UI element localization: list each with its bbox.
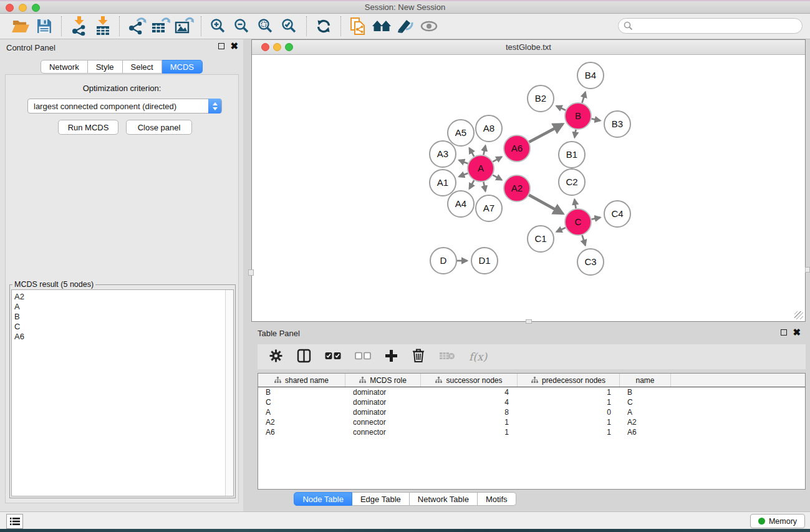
table-row[interactable]: Adominator80A [258, 407, 805, 417]
graph-node-A3[interactable]: A3 [430, 141, 456, 167]
close-window-button[interactable] [6, 4, 14, 12]
graph-node-A8[interactable]: A8 [476, 115, 502, 142]
table-cell[interactable]: 0 [518, 408, 620, 417]
table-cell[interactable]: 1 [518, 428, 620, 437]
export-network-icon[interactable] [125, 15, 148, 37]
graph-node-B4[interactable]: B4 [577, 62, 604, 89]
save-session-icon[interactable] [32, 15, 56, 37]
column-header-successor-nodes[interactable]: successor nodes [421, 374, 518, 387]
mcds-result-list[interactable]: A2ABCA6 [11, 289, 234, 496]
table-row[interactable]: Cdominator41C [258, 397, 805, 407]
refresh-icon[interactable] [312, 15, 335, 37]
table-cell[interactable]: B [620, 388, 671, 397]
table-cell[interactable]: 1 [518, 398, 620, 407]
table-cell[interactable]: connector [345, 428, 421, 437]
add-column-icon[interactable] [385, 349, 398, 365]
tab-edge-table[interactable]: Edge Table [352, 492, 410, 506]
graph-edge-B-B1[interactable] [574, 130, 576, 138]
table-cell[interactable]: 4 [421, 388, 518, 397]
close-panel-button[interactable]: Close panel [126, 120, 192, 135]
graph-node-A5[interactable]: A5 [448, 120, 474, 146]
graph-node-C1[interactable]: C1 [528, 226, 554, 252]
open-file-icon[interactable] [9, 15, 32, 37]
graph-edge-A-A1[interactable] [459, 173, 468, 177]
list-scrollbar[interactable] [225, 290, 233, 496]
column-view-icon[interactable] [297, 349, 311, 365]
table-cell[interactable]: A6 [620, 428, 671, 437]
split-divider-grip[interactable] [805, 267, 810, 273]
column-header-MCDS-role[interactable]: MCDS role [345, 374, 421, 387]
import-table-icon[interactable] [90, 15, 114, 37]
mcds-result-item[interactable]: C [14, 322, 233, 332]
close-panel-icon[interactable]: ✖ [230, 43, 238, 49]
network-canvas[interactable]: B4B2BB3A5A8A6A3B1AA1C2A2A4A7C4CC1C3DD1 [252, 55, 805, 321]
zoom-selected-icon[interactable] [277, 15, 301, 37]
memory-button[interactable]: Memory [750, 514, 805, 528]
table-cell[interactable]: B [258, 388, 345, 397]
float-panel-icon[interactable] [218, 43, 224, 49]
graph-node-D[interactable]: D [430, 248, 456, 274]
graph-node-A2[interactable]: A2 [504, 175, 530, 201]
table-cell[interactable]: C [258, 398, 345, 407]
graph-edge-A-A6[interactable] [493, 157, 501, 162]
table-cell[interactable]: A [620, 408, 671, 417]
table-cell[interactable]: A2 [258, 418, 345, 427]
graph-edge-A-A3[interactable] [459, 160, 468, 163]
table-cell[interactable]: 1 [518, 388, 620, 397]
table-cell[interactable]: 4 [421, 398, 518, 407]
tab-style[interactable]: Style [88, 60, 123, 74]
tab-mcds[interactable]: MCDS [162, 60, 203, 74]
mcds-result-item[interactable]: B [14, 312, 233, 322]
node-table[interactable]: shared nameMCDS rolesuccessor nodesprede… [258, 373, 806, 490]
graph-edge-A6-B[interactable] [529, 124, 562, 142]
graph-edge-B-B3[interactable] [592, 118, 600, 120]
table-cell[interactable]: C [620, 398, 671, 407]
import-network-icon[interactable] [67, 15, 90, 37]
graph-edge-C-C1[interactable] [557, 228, 566, 231]
zoom-window-button[interactable] [32, 4, 40, 12]
graph-node-D1[interactable]: D1 [471, 248, 498, 274]
graph-edge-A-A4[interactable] [470, 180, 475, 188]
houses-icon[interactable] [370, 15, 393, 37]
table-cell[interactable]: dominator [345, 408, 421, 417]
window-titlebar[interactable]: Session: New Session [0, 1, 810, 14]
mcds-result-item[interactable]: A [14, 302, 233, 312]
table-cell[interactable]: 1 [421, 418, 518, 427]
table-cell[interactable]: A6 [258, 428, 345, 437]
graph-edge-C-C2[interactable] [574, 200, 576, 209]
table-cell[interactable]: 8 [421, 408, 518, 417]
graph-edge-A-A5[interactable] [470, 148, 475, 156]
graph-node-A7[interactable]: A7 [476, 195, 502, 221]
column-header-shared-name[interactable]: shared name [258, 374, 345, 387]
graph-node-C[interactable]: C [565, 209, 591, 235]
table-row[interactable]: A6connector11A6 [258, 427, 805, 437]
select-all-checked-icon[interactable] [325, 351, 341, 362]
tab-motifs[interactable]: Motifs [478, 492, 516, 506]
table-cell[interactable]: connector [345, 418, 421, 427]
graph-node-B[interactable]: B [565, 103, 591, 129]
search-input[interactable] [636, 20, 802, 32]
graph-node-A1[interactable]: A1 [430, 170, 456, 196]
settings-gear-icon[interactable] [269, 349, 283, 365]
tab-node-table[interactable]: Node Table [294, 492, 352, 506]
graph-edge-C-C3[interactable] [582, 235, 586, 245]
graph-node-A6[interactable]: A6 [504, 135, 530, 162]
run-mcds-button[interactable]: Run MCDS [58, 120, 118, 135]
graph-node-C3[interactable]: C3 [577, 249, 604, 275]
export-table-icon[interactable] [148, 15, 172, 37]
tab-network-table[interactable]: Network Table [410, 492, 478, 506]
zoom-in-icon[interactable] [206, 15, 230, 37]
graph-edge-A2-C[interactable] [529, 195, 562, 214]
search-field[interactable] [618, 18, 803, 34]
graph-node-A4[interactable]: A4 [448, 191, 474, 217]
graph-node-B2[interactable]: B2 [528, 85, 554, 112]
graph-edge-A-A8[interactable] [483, 145, 485, 155]
graph-edge-C-C4[interactable] [592, 218, 600, 220]
tab-network[interactable]: Network [41, 60, 88, 74]
copy-document-icon[interactable] [346, 15, 370, 37]
float-panel-icon[interactable] [781, 329, 787, 336]
column-header-predecessor-nodes[interactable]: predecessor nodes [518, 374, 620, 387]
zoom-out-icon[interactable] [230, 15, 254, 37]
tab-select[interactable]: Select [123, 60, 162, 74]
column-header-name[interactable]: name [620, 374, 671, 387]
